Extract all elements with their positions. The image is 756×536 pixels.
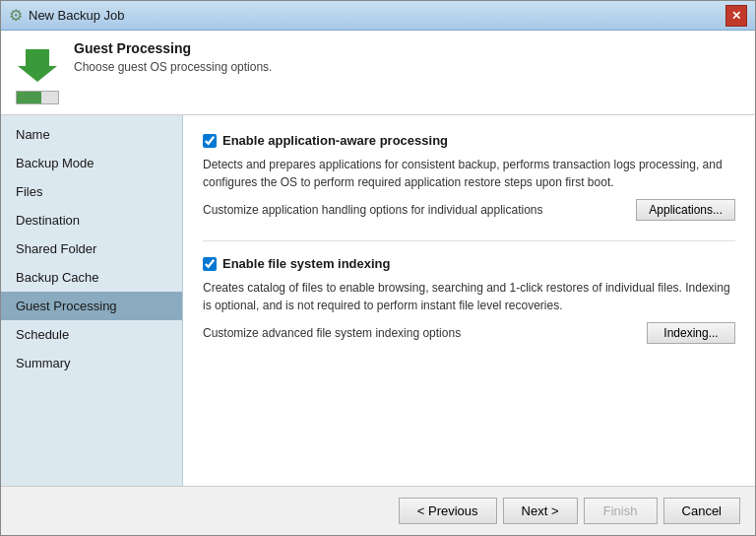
fs-indexing-header: Enable file system indexing <box>203 256 735 271</box>
header-title: Guest Processing <box>74 40 740 56</box>
sidebar-item-guest-processing[interactable]: Guest Processing <box>1 292 182 320</box>
header-area: Guest Processing Choose guest OS process… <box>1 31 755 115</box>
app-aware-customize-text: Customize application handling options f… <box>203 203 543 217</box>
applications-button[interactable]: Applications... <box>636 199 735 221</box>
section-divider <box>203 240 735 241</box>
app-aware-checkbox[interactable] <box>203 134 217 148</box>
app-aware-section: Enable application-aware processing Dete… <box>203 133 735 221</box>
fs-indexing-label: Enable file system indexing <box>222 256 391 271</box>
window-title: New Backup Job <box>29 8 125 23</box>
sidebar-item-schedule[interactable]: Schedule <box>1 320 182 349</box>
previous-button[interactable]: < Previous <box>399 498 497 524</box>
progress-fill <box>17 92 41 103</box>
svg-marker-0 <box>18 49 57 82</box>
fs-indexing-checkbox[interactable] <box>203 257 217 271</box>
title-bar: ⚙ New Backup Job ✕ <box>1 1 755 31</box>
sidebar-item-name[interactable]: Name <box>1 120 182 149</box>
next-button[interactable]: Next > <box>503 498 578 524</box>
sidebar-item-backup-mode[interactable]: Backup Mode <box>1 149 182 177</box>
finish-button[interactable]: Finish <box>584 498 658 524</box>
progress-bar <box>16 91 59 104</box>
footer: < Previous Next > Finish Cancel <box>1 486 755 535</box>
app-aware-header: Enable application-aware processing <box>203 133 735 148</box>
fs-indexing-section: Enable file system indexing Creates cata… <box>203 256 735 344</box>
sidebar-item-backup-cache[interactable]: Backup Cache <box>1 263 182 292</box>
sidebar-item-files[interactable]: Files <box>1 177 182 206</box>
app-aware-customize-row: Customize application handling options f… <box>203 199 735 221</box>
window: ⚙ New Backup Job ✕ Guest Processing Choo… <box>0 0 756 536</box>
indexing-button[interactable]: Indexing... <box>647 322 735 344</box>
content-area: Name Backup Mode Files Destination Share… <box>1 115 755 486</box>
header-text: Guest Processing Choose guest OS process… <box>74 40 740 74</box>
gear-icon: ⚙ <box>9 6 23 25</box>
guest-processing-icon <box>16 42 59 86</box>
cancel-button[interactable]: Cancel <box>663 498 740 524</box>
fs-indexing-customize-row: Customize advanced file system indexing … <box>203 322 735 344</box>
sidebar-item-shared-folder[interactable]: Shared Folder <box>1 234 182 263</box>
app-aware-description: Detects and prepares applications for co… <box>203 156 735 191</box>
title-bar-left: ⚙ New Backup Job <box>9 6 125 25</box>
app-aware-checkbox-label[interactable]: Enable application-aware processing <box>203 133 448 148</box>
main-content: Enable application-aware processing Dete… <box>183 115 755 486</box>
header-subtitle: Choose guest OS processing options. <box>74 60 740 74</box>
header-icon-area <box>16 42 59 104</box>
sidebar-item-summary[interactable]: Summary <box>1 349 182 377</box>
app-aware-label: Enable application-aware processing <box>222 133 448 148</box>
fs-indexing-checkbox-label[interactable]: Enable file system indexing <box>203 256 391 271</box>
sidebar-item-destination[interactable]: Destination <box>1 206 182 234</box>
sidebar: Name Backup Mode Files Destination Share… <box>1 115 183 486</box>
fs-indexing-description: Creates catalog of files to enable brows… <box>203 279 735 314</box>
close-button[interactable]: ✕ <box>725 5 747 27</box>
fs-indexing-customize-text: Customize advanced file system indexing … <box>203 326 461 340</box>
